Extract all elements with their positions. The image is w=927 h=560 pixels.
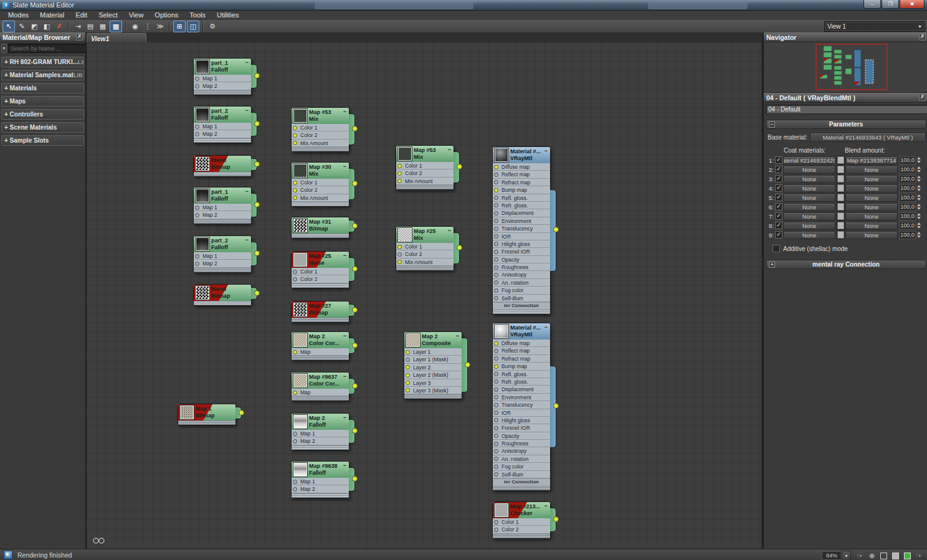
expand-icon[interactable]: +	[769, 262, 775, 268]
node-header[interactable]: Map #25Mix−	[396, 227, 454, 243]
collapse-icon[interactable]: −	[544, 324, 548, 330]
coat-enabled-checkbox[interactable]: ✓	[775, 203, 782, 211]
slot-ior[interactable]: IOR	[493, 409, 550, 417]
slot-an-rotation[interactable]: An. rotation	[493, 279, 550, 287]
delete-selected-icon[interactable]: ✗	[54, 21, 65, 32]
close-button[interactable]: ✖	[900, 0, 925, 9]
slot-map-1[interactable]: Map 1	[194, 75, 251, 82]
blend-amount-value[interactable]: 100,0	[899, 194, 916, 202]
input-socket[interactable]	[494, 196, 498, 200]
input-socket[interactable]	[406, 365, 410, 369]
node-header[interactable]: part_1Falloff−	[194, 187, 251, 204]
node-part-1[interactable]: part_1Falloff−Map 1Map 2	[193, 58, 252, 95]
slot-map[interactable]: Map	[292, 348, 349, 356]
menu-modes[interactable]: Modes	[2, 11, 34, 20]
input-socket[interactable]	[494, 296, 498, 300]
slot-layer-2-mask-[interactable]: Layer 2 (Mask)	[404, 371, 462, 379]
coat-color-swatch[interactable]	[837, 212, 845, 221]
node-header[interactable]: Map #27Bitmap	[292, 301, 349, 318]
input-socket[interactable]	[397, 171, 402, 176]
slot-layer-1[interactable]: Layer 1	[404, 348, 462, 356]
menu-utilities[interactable]: Utilities	[211, 11, 244, 20]
slot-bump-map[interactable]: Bump map	[493, 186, 550, 194]
additive-shellac-checkbox[interactable]	[772, 245, 780, 252]
slot-bump-map[interactable]: Bump map	[493, 363, 550, 370]
node-map-53[interactable]: Map #53Mix−Color 1Color 2Mix Amount	[291, 107, 349, 152]
slot-refract-map[interactable]: Refract map	[493, 179, 550, 186]
blend-amount-value[interactable]: 100,0	[899, 222, 916, 230]
input-socket[interactable]	[397, 260, 402, 264]
coat-color-swatch[interactable]	[837, 221, 845, 230]
blend-amount-spinner[interactable]	[917, 184, 922, 192]
input-socket[interactable]	[494, 379, 498, 384]
input-socket[interactable]	[195, 213, 199, 217]
slot-ior[interactable]: IOR	[493, 233, 550, 240]
input-socket[interactable]	[406, 373, 410, 377]
slot-color-2[interactable]: Color 2	[292, 275, 349, 283]
node-header[interactable]: Map #31Bitmap	[292, 217, 349, 234]
slot-color-1[interactable]: Color 1	[396, 243, 454, 250]
input-socket[interactable]	[494, 273, 498, 277]
slot-hilight-gloss[interactable]: Hilight gloss	[493, 417, 550, 424]
tab-view1[interactable]: View1	[87, 33, 146, 43]
slot-layer-3-mask-[interactable]: Layer 3 (Mask)	[404, 387, 462, 394]
slot-layer-1-mask-[interactable]: Layer 1 (Mask)	[404, 356, 462, 363]
node-map-31[interactable]: Map #31Bitmap	[291, 217, 349, 239]
mr-connection-rollout[interactable]: mr Connection	[493, 478, 550, 486]
blend-amount-spinner[interactable]	[917, 166, 922, 173]
slot-reflect-map[interactable]: Reflect map	[493, 347, 550, 354]
output-socket[interactable]	[457, 245, 462, 250]
slot-displacement[interactable]: Displacement	[493, 386, 550, 393]
node-header[interactable]: Map #30Mix−	[292, 163, 349, 179]
blend-amount-value[interactable]: 100,0	[899, 166, 916, 174]
binoculars-icon[interactable]	[93, 536, 105, 544]
coat-color-swatch[interactable]	[837, 230, 845, 239]
collapse-icon[interactable]: −	[448, 227, 451, 234]
node-header[interactable]: Map #9638Falloff−	[292, 462, 349, 478]
spinner-up-icon[interactable]	[917, 166, 921, 169]
output-socket[interactable]	[553, 227, 559, 232]
input-socket[interactable]	[293, 391, 297, 395]
node-map-2[interactable]: Map 2Composite−Layer 1Layer 1 (Mask)Laye…	[404, 331, 462, 399]
input-socket[interactable]	[195, 84, 199, 88]
node-header[interactable]: part_2Falloff−	[194, 107, 251, 123]
search-options-icon[interactable]: ▼	[1, 44, 7, 53]
slot-refl-gloss-[interactable]: Refl. gloss.	[493, 194, 550, 202]
input-socket[interactable]	[494, 165, 498, 169]
move-children-icon[interactable]: ⇥	[72, 21, 83, 32]
input-socket[interactable]	[494, 472, 498, 477]
collapse-icon[interactable]: −	[343, 108, 346, 115]
input-socket[interactable]	[293, 350, 297, 354]
pan-tool-icon[interactable]: ☞	[855, 551, 865, 560]
close-icon[interactable]: ✗	[919, 34, 926, 40]
node-graph-canvas[interactable]: part_1Falloff−Map 1Map 2part_2Falloff−Ma…	[87, 42, 761, 549]
node-header[interactable]: part_1Falloff−	[194, 59, 251, 75]
slot-environment[interactable]: Environment	[493, 394, 550, 401]
coat-enabled-checkbox[interactable]: ✓	[775, 156, 782, 164]
spinner-up-icon[interactable]	[917, 157, 921, 159]
input-socket[interactable]	[494, 180, 498, 184]
slot-fog-color[interactable]: Fog color	[493, 463, 550, 470]
input-socket[interactable]	[494, 457, 498, 461]
node-map-213-[interactable]: Map #213...Checker−Color 1Color 2	[492, 501, 551, 539]
input-socket[interactable]	[195, 262, 199, 266]
slot-mix-amount[interactable]: Mix Amount	[396, 178, 454, 185]
output-socket[interactable]	[254, 202, 260, 207]
node-header[interactable]: Map #53Mix−	[292, 108, 349, 124]
node-map-25[interactable]: Map #25Mix−Color 1Color 2Mix Amount	[396, 226, 454, 271]
input-socket[interactable]	[397, 164, 402, 168]
slot-map-1[interactable]: Map 1	[194, 252, 251, 260]
node-map-30[interactable]: Map #30Mix−Color 1Color 2Mix Amount	[291, 162, 349, 207]
output-socket[interactable]	[352, 476, 358, 482]
node-header[interactable]: blendBitmap	[194, 285, 251, 301]
input-socket[interactable]	[494, 411, 498, 415]
slot-mix-amount[interactable]: Mix Amount	[396, 259, 454, 266]
slot-color-2[interactable]: Color 2	[292, 131, 349, 139]
coat-material-button[interactable]: None	[783, 175, 835, 183]
blend-amount-value[interactable]: 100,0	[899, 156, 916, 164]
node-header[interactable]: blendBitmap	[194, 156, 251, 172]
coat-enabled-checkbox[interactable]: ✓	[775, 212, 782, 220]
slot-map[interactable]: Map	[292, 389, 349, 396]
blend-amount-value[interactable]: 100,0	[899, 231, 916, 239]
show-grid-icon[interactable]: ▩	[110, 21, 122, 32]
